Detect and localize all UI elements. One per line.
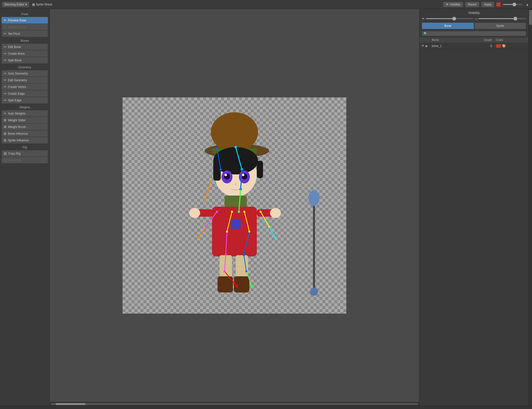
center-canvas [50, 9, 419, 406]
vertical-scrollbar[interactable] [529, 9, 532, 406]
edit-geometry-button[interactable]: ✂ Edit Geometry [1, 77, 48, 83]
right-panel-header: Visibility ✒ ◁ Bone Sprite 🔍 [419, 9, 529, 37]
collapse-button[interactable]: ▲ [525, 2, 530, 7]
sprite-vis-icon: ◁ [475, 17, 477, 21]
main-content: Pose ✂ Preview Pose ✂ Restore Pose ✂ Set… [0, 9, 532, 406]
preview-pose-button[interactable]: ✂ Preview Pose [1, 17, 48, 24]
edit-bone-label: Edit Bone [8, 45, 21, 49]
svg-point-46 [268, 226, 270, 228]
copy-rig-button[interactable]: ▤ Copy Rig [1, 150, 48, 157]
tab-bone-button[interactable]: Bone [422, 23, 474, 29]
preview-pose-label: Preview Pose [8, 19, 26, 22]
col-depth-header: Depth [464, 37, 494, 43]
auto-weights-button[interactable]: ✂ Auto Weights [1, 110, 48, 117]
top-slider-container [503, 4, 523, 5]
bone-vis-icon: ✒ [422, 17, 425, 21]
svg-rect-6 [257, 161, 263, 178]
character-svg [123, 97, 346, 314]
visibility-label: Visibility [450, 3, 460, 6]
opacity-slider[interactable] [503, 4, 523, 5]
svg-point-18 [189, 208, 200, 218]
svg-point-42 [197, 237, 199, 239]
copy-rig-label: Copy Rig [8, 152, 20, 155]
svg-point-27 [310, 288, 318, 296]
horizontal-scrollbar[interactable] [50, 402, 419, 406]
sprite-opacity-slider[interactable] [478, 18, 526, 19]
auto-geometry-icon: ✂ [4, 72, 6, 75]
create-vertex-icon: ✂ [4, 85, 6, 89]
section-weights-label: Weights [1, 104, 48, 110]
sprite-influence-label: Sprite Influence [8, 139, 29, 142]
weight-slider-label: Weight Slider [8, 119, 26, 122]
svg-point-61 [231, 211, 233, 213]
bone-influence-icon: ⊞ [4, 132, 6, 135]
canvas-area[interactable] [50, 9, 419, 402]
svg-point-11 [224, 174, 227, 176]
section-pose: Pose ✂ Preview Pose ✂ Restore Pose ✂ Set… [1, 11, 48, 37]
scrollbar-track[interactable] [51, 403, 418, 405]
svg-point-58 [245, 270, 247, 272]
color-swatch[interactable] [496, 2, 501, 7]
svg-point-44 [260, 211, 262, 213]
section-rig: Rig ▤ Copy Rig ▤ Paste Rig [1, 144, 48, 164]
svg-line-45 [269, 227, 275, 238]
bone-influence-button[interactable]: ⊞ Bone Influence [1, 130, 48, 137]
sprite-sheet-button[interactable]: ▦ Sprite Sheet [30, 2, 54, 7]
set-pivot-button[interactable]: ✂ Set Pivot [1, 30, 48, 37]
visibility-button[interactable]: 👁 Visibility [443, 2, 463, 7]
section-pose-label: Pose [1, 11, 48, 17]
svg-point-36 [216, 147, 218, 149]
col-color-header: Color [494, 37, 529, 43]
split-bone-button[interactable]: ✂ Split Bone [1, 57, 48, 64]
edit-geometry-icon: ✂ [4, 78, 6, 82]
svg-point-37 [220, 168, 222, 170]
scrollbar-thumb[interactable] [56, 403, 86, 405]
vertical-scrollbar-thumb[interactable] [529, 10, 532, 25]
bone-color-picker-button[interactable]: 🎨 [502, 44, 506, 48]
paste-rig-label: Paste Rig [8, 159, 21, 162]
auto-geometry-button[interactable]: ✂ Auto Geometry [1, 70, 48, 77]
revert-button[interactable]: Revert [465, 2, 479, 7]
bone-opacity-slider[interactable] [426, 18, 474, 19]
svg-line-40 [198, 227, 206, 238]
split-edge-button[interactable]: ✂ Split Edge [1, 97, 48, 104]
section-rig-label: Rig [1, 144, 48, 150]
search-row[interactable]: 🔍 [422, 31, 526, 36]
search-input[interactable] [428, 32, 524, 35]
svg-point-12 [242, 174, 244, 176]
svg-rect-24 [231, 219, 241, 229]
bottom-scrollbar[interactable] [0, 406, 532, 409]
paste-rig-button[interactable]: ▤ Paste Rig [1, 157, 48, 164]
vis-slider-row: ✒ ◁ [422, 17, 526, 21]
copy-rig-icon: ▤ [4, 152, 7, 155]
section-geometry: Geometry ✂ Auto Geometry ✂ Edit Geometry… [1, 64, 48, 104]
svg-rect-23 [234, 276, 249, 292]
svg-point-39 [216, 211, 218, 213]
skinning-editor-label: Skinning Editor [4, 3, 24, 6]
weight-brush-button[interactable]: ⊞ Weight Brush [1, 123, 48, 130]
bone-table: Bone Depth Color 👁 ▶ bone_1 [419, 37, 529, 49]
top-bar-left: Skinning Editor ▾ ▦ Sprite Sheet [2, 2, 54, 7]
edit-bone-button[interactable]: ✂ Edit Bone [1, 43, 48, 50]
weight-slider-button[interactable]: ⊞ Weight Slider [1, 117, 48, 123]
svg-point-19 [270, 208, 281, 218]
bone-color-swatch[interactable] [496, 44, 501, 48]
weight-brush-label: Weight Brush [8, 125, 26, 129]
create-vertex-button[interactable]: ✂ Create Vertex [1, 83, 48, 90]
restore-pose-button[interactable]: ✂ Restore Pose [1, 24, 48, 30]
skinning-editor-dropdown[interactable]: Skinning Editor ▾ [2, 2, 29, 7]
tab-sprite-button[interactable]: Sprite [474, 23, 526, 29]
section-weights: Weights ✂ Auto Weights ⊞ Weight Slider ⊞… [1, 104, 48, 144]
dropdown-arrow-icon: ▾ [25, 3, 27, 6]
section-geometry-label: Geometry [1, 64, 48, 70]
apply-button[interactable]: Apply [481, 2, 494, 7]
create-edge-button[interactable]: ✂ Create Edge [1, 90, 48, 97]
right-panel-title: Visibility [422, 11, 526, 15]
sprite-influence-button[interactable]: ⊞ Sprite Influence [1, 137, 48, 144]
create-bone-button[interactable]: ✂ Create Bone [1, 50, 48, 57]
col-vis-header [419, 37, 430, 43]
bone-visibility-toggle[interactable]: 👁 [421, 44, 425, 48]
svg-point-1 [211, 112, 258, 152]
top-bar-right: 👁 Visibility Revert Apply ▲ [443, 2, 530, 7]
eye-icon-container: 👁 ▶ [421, 44, 428, 48]
